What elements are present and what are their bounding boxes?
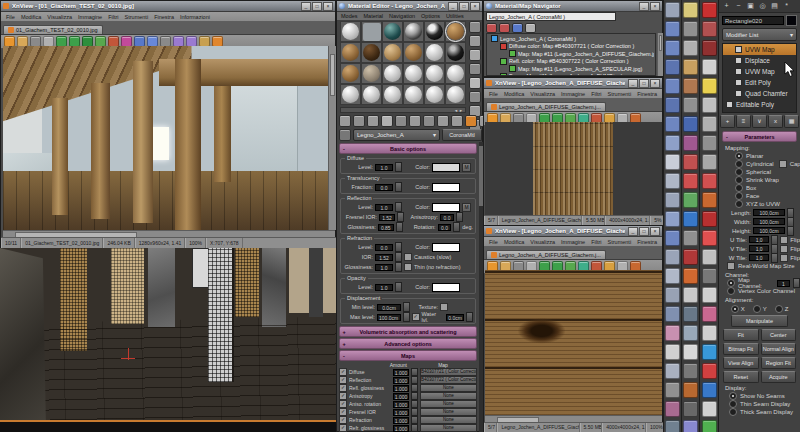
toolbar-icon[interactable] [683,116,698,132]
menu-item[interactable]: Modifica [504,91,524,97]
minimize-button[interactable]: _ [628,227,638,236]
sample-tool-icon[interactable] [469,49,481,61]
dimension-field[interactable]: 100,0cm [753,209,785,216]
real-world-row[interactable]: Real-World Map Size [719,262,800,270]
stack-tool-button[interactable]: ∨ [752,115,767,128]
display-option[interactable]: Thick Seam Display [719,408,800,416]
navigator-tree-item[interactable]: Map: Map #11 (Legno_Jochen_A_SPECULAR.jp… [488,65,654,73]
modifier-toggle-icon[interactable] [735,46,742,53]
map-enable-checkbox[interactable]: ✓ [339,424,347,432]
real-world-checkbox[interactable] [727,262,735,270]
modifier-list-dropdown[interactable]: Modifier List ▾ [722,28,797,41]
reflection-map-button[interactable]: M [462,203,471,212]
me-toolbar-icon[interactable] [353,115,365,127]
toolbar-icon[interactable] [702,344,717,360]
stack-tool-button[interactable]: x [768,115,783,128]
alignment-button[interactable]: Bitmap Fit [723,343,759,355]
menu-item[interactable]: Filtri [108,14,118,20]
map-amount-field[interactable]: 1.000 [393,401,409,408]
toolbar-icon[interactable] [665,97,680,113]
pick-material-icon[interactable] [339,129,351,141]
close-button[interactable]: × [323,2,333,11]
opacity-color-swatch[interactable] [432,283,460,292]
radio-icon[interactable] [735,176,743,184]
minimize-button[interactable]: _ [628,79,638,88]
axis-option[interactable]: Y [753,305,767,313]
toolbar-icon[interactable] [702,40,717,56]
material-sample-slot[interactable] [403,42,424,63]
toolbar-icon[interactable] [683,382,698,398]
toolbar-icon[interactable] [665,192,680,208]
toolbar-icon[interactable] [702,268,717,284]
navigator-tree-item[interactable]: Map: Map #11 (Legno_Jochen_A_DIFFUSE_Gia… [488,50,654,58]
toolbar-icon[interactable] [683,230,698,246]
diffuse-level-field[interactable]: 1.0 [375,164,393,171]
maximize-button[interactable]: □ [639,227,649,236]
toolbar-icon[interactable] [702,401,717,417]
close-button[interactable]: × [650,79,660,88]
menu-item[interactable]: Strumenti [125,14,149,20]
spinner[interactable] [395,162,402,172]
titlebar[interactable]: Material/Map Navigator _× [484,1,662,12]
menu-item[interactable]: File [489,239,498,245]
vertex-color-row[interactable]: Vertex Color Channel [719,287,800,295]
alignment-button[interactable]: View Align [723,357,759,369]
toolbar-icon[interactable] [683,173,698,189]
toolbar-icon[interactable] [683,287,698,303]
toolbar-icon[interactable] [665,249,680,265]
menu-item[interactable]: Immagine [561,91,585,97]
toolbar-icon[interactable] [683,306,698,322]
toolbar-icon[interactable] [665,325,680,341]
menu-item[interactable]: Immagine [78,14,102,20]
modifier-stack-item[interactable]: Editable Poly [723,99,796,110]
material-sample-slot[interactable] [445,42,466,63]
toolbar-icon[interactable] [665,21,680,37]
me-toolbar-icon[interactable] [395,115,407,127]
navigator-tree-item[interactable]: Refl. color: Map #B40307722 ( Color Corr… [488,58,654,66]
fresnel-ior-field[interactable]: 1.52 [379,214,395,221]
material-sample-slot[interactable] [403,21,424,42]
reflection-color-swatch[interactable] [432,203,460,212]
axis-option[interactable]: Z [775,305,789,313]
toolbar-icon[interactable] [683,325,698,341]
me-toolbar-icon[interactable] [423,115,435,127]
texture-view[interactable] [485,122,662,215]
rollout-advanced[interactable]: +Advanced options [339,338,477,349]
material-sample-slot[interactable] [361,63,382,84]
me-toolbar-icon[interactable] [367,115,379,127]
menu-item[interactable]: File [6,14,15,20]
object-color-swatch[interactable] [786,15,797,26]
menu-item[interactable]: Visualizza [530,239,555,245]
minimize-button[interactable]: _ [301,2,311,11]
toolbar-icon[interactable] [665,40,680,56]
radio-icon[interactable] [735,152,743,160]
material-sample-slot[interactable] [382,21,403,42]
alignment-button[interactable]: Region Fit [761,357,797,369]
map-slot-button[interactable]: None [420,416,477,424]
tile-field[interactable]: 1,0 [749,245,769,252]
image-tab[interactable]: Legno_Jochen_A_DIFFUSE_Giachem.j... [486,250,606,259]
refraction-color-swatch[interactable] [432,243,460,252]
material-sample-slot[interactable] [382,42,403,63]
object-name-field[interactable]: Rectangle020 [722,16,784,25]
toolbar-icon[interactable] [683,363,698,379]
toolbar-icon[interactable] [683,40,698,56]
toolbar-icon[interactable] [683,268,698,284]
close-button[interactable]: × [650,2,660,11]
sample-tool-icon[interactable] [469,35,481,47]
map-channel-field[interactable]: 1 [777,280,790,287]
map-enable-checkbox[interactable]: ✓ [339,368,347,376]
sample-tool-icon[interactable] [469,91,481,103]
radio-icon[interactable] [735,160,743,168]
close-button[interactable]: × [470,2,480,11]
stack-tool-button[interactable]: ▦ [784,115,799,128]
toolbar-icon[interactable] [683,21,698,37]
toolbar-icon[interactable] [683,344,698,360]
toolbar-icon[interactable] [665,116,680,132]
close-button[interactable]: × [650,227,660,236]
cap-checkbox[interactable] [779,160,787,168]
glossiness-field[interactable]: 0.85 [378,224,394,231]
vertical-scrollbar[interactable] [328,46,336,230]
me-toolbar-icon[interactable] [451,115,463,127]
toolbar-icon[interactable] [665,135,680,151]
